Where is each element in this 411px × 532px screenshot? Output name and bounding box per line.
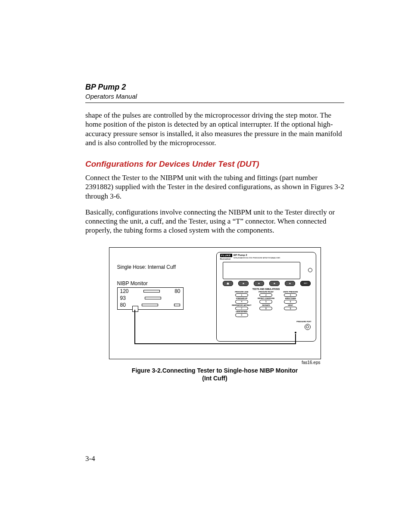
figure-label-hose: Single Hose: Internal Cuff xyxy=(117,264,176,270)
body-paragraph-1: shape of the pulses are controlled by th… xyxy=(85,111,344,147)
nibp-value-a: 120 xyxy=(120,289,129,294)
tubing-line-icon xyxy=(134,343,296,344)
nibp-port-icon xyxy=(132,306,138,312)
tester-diagram: FLUKE BP Pump 2 NON-INVASIVE BLOOD PRESS… xyxy=(216,252,316,342)
figure-3-2: Single Hose: Internal Cuff NIBP Monitor … xyxy=(109,247,321,359)
keypad-button-icon: 5 xyxy=(259,300,272,304)
header-rule xyxy=(85,103,344,103)
brand-sub: Biomedical xyxy=(220,258,230,260)
keypad-button-icon: 3 xyxy=(284,293,297,297)
pressure-port-label: PRESSURE PORT xyxy=(296,320,311,323)
doc-title: BP Pump 2 xyxy=(85,83,344,92)
btn-label: WRIST xyxy=(280,305,300,306)
btn-label: NEONATE xyxy=(256,305,276,306)
brand-logo: FLUKE xyxy=(220,254,233,257)
nibp-bar-icon xyxy=(142,304,158,306)
keypad-button-icon: 0 xyxy=(235,313,248,317)
btn-label: PATIENT CONDITIONS xyxy=(256,298,276,299)
product-name: BP Pump 2 xyxy=(234,254,280,256)
nibp-bar-icon xyxy=(143,290,160,292)
tests-simulations-heading: TESTS AND SIMULATIONS xyxy=(217,288,316,290)
keypad-button-icon: 8 xyxy=(259,307,272,311)
btn-label: RESPIRATORY ARTIFACT xyxy=(232,305,252,306)
up-arrow-button-icon xyxy=(254,281,264,286)
nibp-monitor-diagram: 120 80 93 80 xyxy=(117,287,184,310)
tubing-line-icon xyxy=(134,310,135,344)
nibp-bar-icon xyxy=(145,297,161,299)
keypad-button-icon: 1 xyxy=(235,293,248,297)
enter-button-icon: ENT xyxy=(300,281,311,286)
led-icon xyxy=(308,268,312,272)
btn-label: STANDARD BP xyxy=(232,298,252,299)
body-paragraph-3: Basically, configurations involve connec… xyxy=(85,208,344,235)
test-button-grid: PRESSURE LEAK1 PRESSURE RELIEF2 STATIC P… xyxy=(230,291,303,318)
lcd-screen-icon xyxy=(223,262,300,279)
up-arrow-button-icon xyxy=(238,281,249,286)
figure-label-nibp-monitor: NIBP Monitor xyxy=(117,280,148,286)
btn-label: PRESSURE LEAK xyxy=(232,291,252,293)
nibp-small-box-icon xyxy=(174,304,180,306)
figure-caption: Figure 3-2.Connecting Tester to Single-h… xyxy=(109,367,321,382)
keypad-button-icon: 9 xyxy=(284,307,297,311)
up-arrow-button-icon xyxy=(269,281,280,286)
home-button-icon xyxy=(223,281,233,286)
keypad-button-icon: 4 xyxy=(235,300,248,304)
doc-subtitle: Operators Manual xyxy=(85,93,344,100)
pressure-port-icon xyxy=(305,324,311,330)
nibp-value-b: 93 xyxy=(120,296,126,301)
product-desc: NON-INVASIVE BLOOD PRESSURE MONITOR ANAL… xyxy=(234,257,280,259)
body-paragraph-2: Connect the Tester to the NIBPM unit wit… xyxy=(85,173,344,201)
figure-eps-filename: fas16.eps xyxy=(109,360,321,365)
btn-label: ARRHYTHMIA xyxy=(280,298,300,299)
keypad-button-icon: 7 xyxy=(235,307,248,311)
btn-label: STATIC PRESSURE xyxy=(280,291,300,293)
nav-button-row: ENT xyxy=(223,281,311,286)
section-heading: Configurations for Devices Under Test (D… xyxy=(85,159,344,169)
page-number: 3-4 xyxy=(85,454,95,463)
btn-label: USER DEFINED xyxy=(232,311,252,313)
nibp-value-c: 80 xyxy=(120,302,126,308)
btn-label: PRESSURE RELIEF xyxy=(256,291,276,293)
up-arrow-button-icon xyxy=(285,281,295,286)
keypad-button-icon: 2 xyxy=(259,293,272,297)
nibp-value-right: 80 xyxy=(174,289,180,294)
keypad-button-icon: 6 xyxy=(284,300,297,304)
